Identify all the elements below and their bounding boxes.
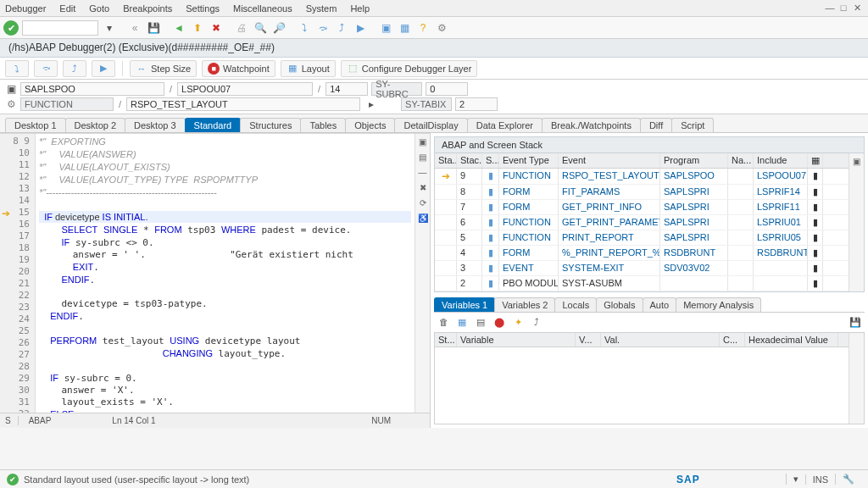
tool1-icon[interactable]: ▣ (378, 20, 393, 36)
enter-icon[interactable]: ✔ (3, 20, 19, 36)
settings-icon[interactable]: ⚙ (434, 20, 449, 36)
menu-system[interactable]: System (306, 3, 337, 14)
back-green-icon[interactable]: ◄ (171, 20, 186, 36)
print-icon[interactable]: 🖨 (234, 20, 249, 36)
watchpoint-button[interactable]: ■Watchpoint (202, 60, 275, 77)
tab-structures[interactable]: Structures (240, 118, 301, 132)
menu-debugger[interactable]: Debugger (5, 3, 46, 14)
var-t3-icon[interactable]: ⤴ (531, 317, 542, 329)
tab-bar: Desktop 1 Desktop 2 Desktop 3 Standard S… (0, 114, 868, 133)
step-out-icon[interactable]: ⤴ (334, 20, 349, 36)
help-icon[interactable]: ? (415, 20, 431, 36)
tab-breakwatch[interactable]: Break./Watchpoints (542, 118, 641, 132)
menu-settings[interactable]: Settings (186, 3, 220, 14)
stack-row[interactable]: 3▮EVENTSYSTEM-EXITSDV03V02▮ (435, 261, 849, 276)
stack-row[interactable]: 2▮PBO MODULESYST-ASUBM▮ (435, 276, 849, 291)
routine-field[interactable]: RSPO_TEST_LAYOUT (126, 97, 360, 111)
tool-a-icon[interactable]: ▣ (417, 137, 429, 149)
step-over-icon[interactable]: ⤼ (315, 20, 331, 36)
var-tab-icon[interactable]: ▦ (456, 317, 468, 329)
tab-locals[interactable]: Locals (554, 297, 597, 312)
main-program-field[interactable]: SAPLSPOO (20, 82, 164, 96)
cancel-icon[interactable]: ✖ (209, 20, 224, 36)
config-layer-button[interactable]: ⬚Configure Debugger Layer (341, 60, 478, 77)
code-editor[interactable]: ➔ 8 9 10 11 12 13 14 15 16 17 18 19 20 2… (0, 133, 430, 413)
stack-row[interactable]: 5▮FUNCTIONPRINT_REPORTSAPLSPRILSPRIU05▮ (435, 230, 849, 246)
maximize-icon[interactable]: □ (837, 3, 849, 14)
tab-memory[interactable]: Memory Analysis (676, 297, 761, 312)
status-ok-icon: ✔ (7, 474, 19, 485)
tab-diff[interactable]: Diff (640, 118, 672, 132)
tool-f-icon[interactable]: ♿ (417, 214, 429, 225)
step-out-button[interactable]: ⤴ (63, 60, 86, 77)
tab-script[interactable]: Script (671, 118, 714, 132)
stack-row[interactable]: 4▮FORM%_PRINT_REPORT_%RSDBRUNTRSDBRUNT▮ (435, 246, 849, 261)
tool-b-icon[interactable]: ▤ (417, 152, 429, 164)
step-over-button[interactable]: ⤼ (34, 60, 58, 77)
stack-row[interactable]: 7▮FORMGET_PRINT_INFOSAPLSPRILSPRIF11▮ (435, 200, 849, 215)
tab-desktop1[interactable]: Desktop 1 (5, 118, 66, 132)
sy-subrc-field: 0 (426, 82, 468, 96)
variables-header-row: St...VariableV...Val.C...Hexadecimal Val… (435, 333, 849, 347)
num-lock: NUM (371, 416, 391, 425)
stack-header-row: Sta...Stac...S...Event TypeEventProgramN… (435, 153, 849, 169)
step-into-button[interactable]: ⤵ (5, 60, 29, 77)
back-icon[interactable]: « (127, 20, 142, 36)
tab-objects[interactable]: Objects (345, 118, 395, 132)
tool-c-icon[interactable]: — (417, 168, 429, 180)
minimize-icon[interactable]: — (824, 3, 836, 14)
sap-logo: SAP (676, 474, 700, 485)
step-size-button[interactable]: ↔Step Size (130, 60, 197, 77)
var-t1-icon[interactable]: ⬤ (493, 317, 505, 329)
tab-auto[interactable]: Auto (643, 297, 677, 312)
var-save-icon[interactable]: 💾 (849, 317, 861, 329)
dropdown-icon[interactable]: ▾ (102, 20, 117, 36)
tab-detaildisplay[interactable]: DetailDisplay (394, 118, 467, 132)
command-field[interactable] (22, 20, 98, 36)
menu-edit[interactable]: Edit (59, 3, 75, 14)
var-sort-icon[interactable]: ▤ (475, 317, 487, 329)
title-bar: (/hs)ABAP Debugger(2) (Exclusive)(d#####… (0, 39, 868, 58)
menu-help[interactable]: Help (350, 3, 370, 14)
tab-globals[interactable]: Globals (596, 297, 643, 312)
var-del-icon[interactable]: 🗑 (437, 317, 449, 329)
tab-desktop3[interactable]: Desktop 3 (125, 118, 186, 132)
tab-dataexplorer[interactable]: Data Explorer (467, 118, 542, 132)
line-field[interactable]: 14 (326, 82, 368, 96)
gear-icon[interactable]: ⚙ (5, 97, 17, 112)
layout-button[interactable]: ▦Layout (281, 60, 336, 77)
menu-goto[interactable]: Goto (89, 3, 109, 14)
tool-e-icon[interactable]: ⟳ (417, 198, 429, 210)
tool-d-icon[interactable]: ✖ (417, 183, 429, 195)
step-into-icon[interactable]: ⤵ (297, 20, 312, 36)
exit-icon[interactable]: ⬆ (190, 20, 205, 36)
nav-icon[interactable]: ▣ (5, 81, 17, 97)
save-icon[interactable]: 💾 (146, 20, 161, 36)
stack-row[interactable]: ➔9▮FUNCTIONRSPO_TEST_LAYOUTSAPLSPOOLSPOO… (435, 169, 849, 185)
menu-breakpoints[interactable]: Breakpoints (123, 3, 172, 14)
status-message: Standard layout used (user-specific layo… (24, 474, 249, 485)
code-text[interactable]: *" EXPORTING *" VALUE(ANSWER) *" VALUE(L… (36, 134, 415, 413)
close-icon[interactable]: ✕ (851, 3, 863, 14)
menu-miscellaneous[interactable]: Miscellaneous (233, 3, 292, 14)
continue-button[interactable]: ▶ (92, 60, 115, 77)
tab-variables2[interactable]: Variables 2 (494, 297, 555, 312)
variables-toolbar: 🗑 ▦ ▤ ⬤ ✦ ⤴ 💾 (434, 314, 865, 331)
stack-panel-title: ABAP and Screen Stack (434, 136, 865, 153)
var-t2-icon[interactable]: ✦ (512, 317, 524, 329)
tab-desktop2[interactable]: Desktop 2 (65, 118, 126, 132)
expand-icon[interactable]: ▸ (364, 97, 379, 112)
variables-tabs: Variables 1 Variables 2 Locals Globals A… (434, 297, 865, 313)
tab-tables[interactable]: Tables (300, 118, 346, 132)
tool2-icon[interactable]: ▦ (397, 20, 412, 36)
stack-row[interactable]: 8▮FORMFIT_PARAMSSAPLSPRILSPRIF14▮ (435, 185, 849, 200)
sy-tabix-label: SY-TABIX (401, 97, 452, 111)
find-icon[interactable]: 🔍 (253, 20, 268, 36)
tab-variables1[interactable]: Variables 1 (434, 297, 495, 312)
tab-standard[interactable]: Standard (185, 118, 242, 132)
include-field[interactable]: LSPOOU07 (177, 82, 313, 96)
findnext-icon[interactable]: 🔎 (271, 20, 287, 36)
stack-row[interactable]: 6▮FUNCTIONGET_PRINT_PARAMETERSSAPLSPRILS… (435, 215, 849, 230)
sy-subrc-label: SY-SUBRC (371, 82, 422, 96)
continue-icon[interactable]: ▶ (353, 20, 368, 36)
